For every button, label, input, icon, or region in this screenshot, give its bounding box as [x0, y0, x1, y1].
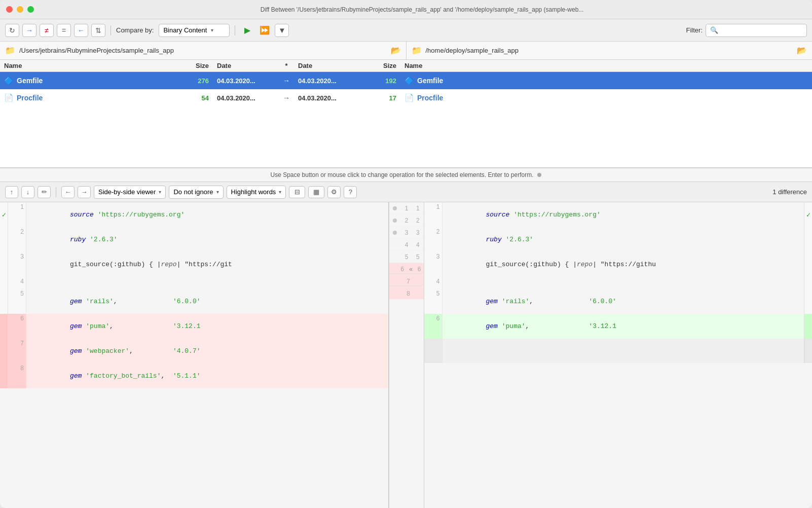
gutter-num-left-3: 3: [405, 229, 409, 236]
diff-help-button[interactable]: ?: [344, 186, 357, 198]
line-code-left-4: [26, 277, 388, 289]
line-num-left-2: 2: [8, 227, 26, 252]
line-num-right-2: 2: [424, 227, 442, 252]
title-bar: Diff Between '/Users/jetbrains/RubymineP…: [0, 0, 812, 19]
diff-settings-button[interactable]: ⚙: [327, 186, 341, 198]
gutter-line-7: 7: [389, 275, 424, 287]
highlight-dropdown[interactable]: Highlight words ▾: [227, 186, 286, 199]
line-num-right-8: [424, 351, 442, 363]
line-code-left-1: source 'https://rubygems.org': [26, 202, 388, 227]
line-code-left-7: gem 'webpacker', '4.0.7': [26, 339, 388, 364]
compare-by-dropdown[interactable]: Binary Content ▾: [159, 24, 230, 37]
middle-gutter: 1 1 2 2 3 3 4 4 5 5: [389, 202, 424, 508]
diff-options-button[interactable]: ⊟: [289, 186, 305, 198]
file-icon-gemfile-right: 🔷: [404, 76, 414, 85]
file-list: Name Size Date * Date Size Name 🔷 Gemfil…: [0, 60, 812, 168]
browse-icon-left[interactable]: 📂: [391, 46, 401, 55]
file-size-gemfile-right: 192: [385, 77, 396, 85]
path-bars: 📁 /Users/jetbrains/RubymineProjects/samp…: [0, 42, 812, 60]
gutter-num-right-3: 3: [416, 229, 420, 236]
gutter-num-right-5: 5: [416, 253, 420, 261]
gutter-line-1: 1 1: [389, 202, 424, 214]
line-code-left-2: ruby '2.6.3': [26, 227, 388, 252]
file-date-procfile-right: 04.03.2020...: [298, 94, 337, 102]
diff-count: 1 difference: [772, 188, 807, 196]
line-code-right-4: [442, 277, 804, 289]
minimize-button[interactable]: [17, 6, 23, 13]
line-num-left-6: 6: [8, 314, 26, 339]
line-code-right-3: git_source(:github) { |repo| "https://gi…: [442, 252, 804, 277]
line-code-right-1: source 'https://rubygems.org': [442, 202, 804, 227]
diff-right-line-2: 2 ruby '2.6.3': [424, 227, 813, 252]
gutter-line-2: 2 2: [389, 214, 424, 227]
diff-content: ✓ 1 source 'https://rubygems.org' 2 ruby…: [0, 202, 812, 508]
gutter-num-right-1: 1: [416, 205, 420, 212]
gutter-dot-2: [393, 219, 397, 223]
col-header-star: *: [279, 62, 294, 69]
file-row-procfile[interactable]: 📄 Procfile 54 04.03.2020... → 04.03.2020…: [0, 89, 812, 106]
gutter-empty-5: [393, 255, 397, 259]
viewer-dropdown-arrow-icon: ▾: [159, 189, 161, 195]
file-size-gemfile-left: 276: [198, 77, 209, 85]
status-message: Use Space button or mouse click to chang…: [271, 171, 534, 178]
fast-forward-button[interactable]: ⏩: [257, 24, 272, 37]
sort-button[interactable]: ⇅: [91, 24, 105, 37]
ignore-dropdown[interactable]: Do not ignore ▾: [169, 186, 223, 199]
line-code-right-8: [442, 351, 804, 363]
right-path-bar: 📁 /home/deploy/sample_rails_app 📂: [407, 42, 813, 59]
gutter-num-right-2: 2: [416, 217, 420, 224]
browse-icon-right[interactable]: 📂: [797, 46, 807, 55]
ignore-dropdown-arrow-icon: ▾: [216, 189, 219, 195]
back-button[interactable]: ←: [74, 24, 88, 37]
diff-right-arrow-button[interactable]: →: [78, 186, 91, 198]
file-row-gemfile[interactable]: 🔷 Gemfile 276 04.03.2020... → 04.03.2020…: [0, 72, 812, 89]
close-button[interactable]: [6, 6, 13, 13]
compare-option-text: Binary Content: [163, 26, 207, 34]
line-num-right-4: 4: [424, 277, 442, 289]
filter-button[interactable]: ▼: [275, 24, 289, 37]
search-icon: 🔍: [710, 26, 718, 34]
diff-columns-button[interactable]: ▦: [308, 186, 324, 198]
col-header-name-right: Name: [400, 62, 812, 69]
diff-up-button[interactable]: ↑: [5, 186, 18, 198]
col-header-name-left: Name: [0, 62, 172, 69]
diff-down-button[interactable]: ↓: [21, 186, 34, 198]
diff-right-line-7: [424, 339, 813, 351]
drag-handle[interactable]: [537, 173, 541, 177]
play-button[interactable]: ▶: [240, 24, 254, 37]
folder-icon-left: 📁: [5, 46, 15, 55]
diff-left-line-5: 5 gem 'rails', '6.0.0': [0, 289, 388, 314]
refresh-button[interactable]: ↻: [5, 24, 19, 37]
line-num-left-4: 4: [8, 277, 26, 289]
diff-left-arrow-button[interactable]: ←: [61, 186, 75, 198]
col-header-size-right: Size: [360, 62, 400, 69]
file-icon-gemfile-left: 🔷: [4, 76, 14, 85]
filter-input[interactable]: 🔍: [706, 24, 807, 37]
file-size-procfile-left: 54: [202, 94, 209, 102]
diff-arrow-procfile: →: [283, 94, 290, 102]
maximize-button[interactable]: [27, 6, 34, 13]
check-mark-right-1: ✓: [806, 211, 811, 219]
diff-right-line-6: 6 gem 'puma', '3.12.1: [424, 314, 813, 339]
col-header-date-left: Date: [213, 62, 279, 69]
diff-right-line-4: 4: [424, 277, 813, 289]
ignore-option-text: Do not ignore: [173, 188, 213, 196]
gutter-num-left-7: 7: [407, 278, 410, 285]
forward-button[interactable]: →: [22, 24, 36, 37]
diff-left-panel: ✓ 1 source 'https://rubygems.org' 2 ruby…: [0, 202, 389, 508]
traffic-lights: [6, 6, 34, 13]
main-toolbar: ↻ → ≠ = ← ⇅ Compare by: Binary Content ▾…: [0, 19, 812, 42]
line-code-left-3: git_source(:github) { |repo| "https://gi…: [26, 252, 388, 277]
diff-edit-button[interactable]: ✏: [38, 186, 51, 198]
gutter-line-3: 3 3: [389, 227, 424, 239]
equal-button[interactable]: =: [57, 24, 71, 37]
viewer-dropdown[interactable]: Side-by-side viewer ▾: [94, 186, 166, 199]
file-name-gemfile-right: Gemfile: [417, 77, 443, 85]
diff-left-line-6: 6 gem 'puma', '3.12.1: [0, 314, 388, 339]
gutter-line-4: 4 4: [389, 239, 424, 251]
not-equal-button[interactable]: ≠: [40, 24, 54, 37]
line-code-right-6: gem 'puma', '3.12.1: [442, 314, 804, 339]
file-name-procfile-right: Procfile: [417, 94, 443, 102]
line-code-right-7: [442, 339, 804, 351]
toolbar-separator-1: [110, 25, 111, 35]
